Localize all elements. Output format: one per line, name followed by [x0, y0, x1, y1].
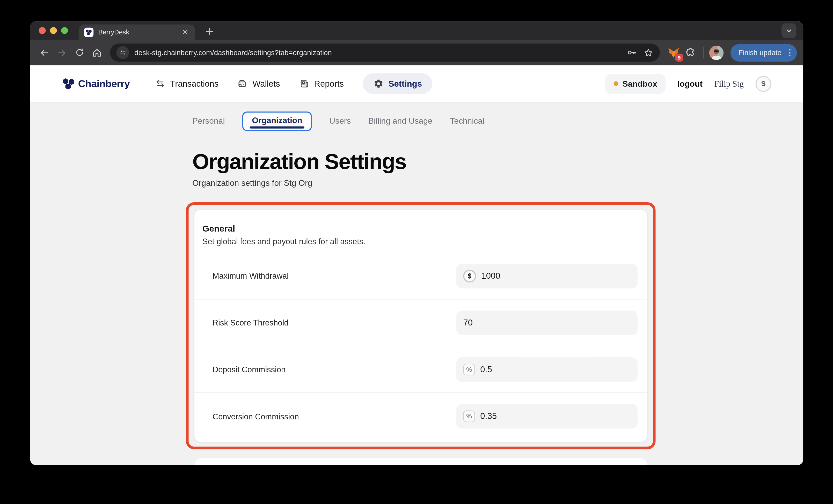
brand-name: Chainberry	[78, 78, 130, 90]
dollar-icon: $	[463, 270, 476, 282]
maximum-withdrawal-input[interactable]: $ 1000	[456, 263, 638, 288]
berrydesk-favicon-icon	[84, 27, 93, 37]
zoom-window-button[interactable]	[61, 27, 68, 34]
user-avatar[interactable]: S	[755, 76, 771, 92]
extension-badge: 9	[675, 54, 683, 61]
settings-fields: Maximum Withdrawal $ 1000 Risk Score Thr…	[194, 253, 647, 439]
field-row-deposit-commission: Deposit Commission % 0.5	[194, 346, 647, 393]
nav-item-wallets[interactable]: Wallets	[238, 79, 280, 89]
page-content: Personal Organization Users Billing and …	[30, 102, 803, 465]
url-text: desk-stg.chainberry.com/dashboard/settin…	[134, 49, 620, 57]
browser-tab[interactable]: BerryDesk	[79, 24, 195, 40]
field-value: 1000	[481, 271, 500, 281]
field-value: 0.35	[480, 412, 497, 421]
tab-technical[interactable]: Technical	[450, 116, 484, 126]
tab-users[interactable]: Users	[329, 116, 351, 126]
close-window-button[interactable]	[39, 27, 46, 34]
window-controls	[39, 27, 68, 34]
nav-label: Settings	[388, 79, 422, 89]
page-title: Organization Settings	[192, 149, 406, 174]
card-description: Set global fees and payout rules for all…	[203, 237, 638, 246]
field-row-maximum-withdrawal: Maximum Withdrawal $ 1000	[194, 253, 647, 300]
app-navbar: Chainberry Transactions Wallet	[30, 65, 803, 102]
field-label: Maximum Withdrawal	[213, 271, 289, 280]
card-title: General	[203, 224, 638, 234]
browser-window: BerryDesk	[30, 21, 803, 465]
screen: BerryDesk	[0, 0, 833, 504]
field-value: 0.5	[480, 364, 492, 374]
field-label: Conversion Commission	[213, 412, 299, 421]
password-key-icon[interactable]	[626, 47, 637, 58]
metamask-extension-icon[interactable]: 9	[666, 45, 681, 60]
environment-label: Sandbox	[622, 79, 657, 89]
chainberry-logo[interactable]: Chainberry	[62, 77, 130, 90]
minimize-window-button[interactable]	[50, 27, 57, 34]
address-bar[interactable]: desk-stg.chainberry.com/dashboard/settin…	[110, 44, 660, 61]
card-header: General Set global fees and payout rules…	[194, 210, 647, 246]
transactions-icon	[155, 79, 165, 89]
risk-score-threshold-input[interactable]: 70	[456, 310, 638, 335]
tab-search-chevron-icon[interactable]	[782, 23, 796, 38]
browser-menu-icon[interactable]	[787, 49, 793, 56]
environment-pill[interactable]: Sandbox	[605, 74, 666, 94]
home-icon[interactable]	[89, 45, 105, 60]
conversion-commission-input[interactable]: % 0.35	[456, 404, 638, 428]
main-nav: Transactions Wallets	[155, 73, 432, 94]
nav-label: Reports	[314, 79, 344, 89]
browser-tab-strip: BerryDesk	[30, 21, 803, 40]
field-label: Deposit Commission	[213, 365, 286, 374]
field-value: 70	[463, 318, 473, 327]
extensions-puzzle-icon[interactable]	[683, 45, 698, 60]
field-row-risk-score-threshold: Risk Score Threshold 70	[194, 299, 647, 346]
bookmark-star-icon[interactable]	[643, 48, 653, 58]
environment-dot-icon	[614, 81, 618, 86]
new-tab-icon[interactable]	[204, 26, 215, 37]
user-name[interactable]: Filip Stg	[714, 79, 744, 89]
nav-label: Transactions	[170, 79, 218, 89]
reports-icon	[299, 79, 309, 89]
settings-gear-icon	[374, 79, 384, 89]
page-subtitle: Organization settings for Stg Org	[192, 178, 312, 188]
field-label: Risk Score Threshold	[213, 318, 289, 327]
browser-toolbar: desk-stg.chainberry.com/dashboard/settin…	[30, 40, 803, 66]
nav-item-reports[interactable]: Reports	[299, 79, 344, 89]
wallets-icon	[238, 79, 248, 89]
finish-update-label: Finish update	[739, 49, 782, 57]
tab-billing-and-usage[interactable]: Billing and Usage	[368, 116, 432, 126]
avatar-initial: S	[761, 80, 766, 88]
toolbar-divider	[703, 47, 704, 58]
percent-icon: %	[463, 410, 475, 422]
nav-item-settings[interactable]: Settings	[363, 73, 432, 94]
general-settings-card: General Set global fees and payout rules…	[194, 209, 648, 443]
nav-label: Wallets	[253, 79, 280, 89]
finish-update-button[interactable]: Finish update	[731, 44, 797, 61]
nav-item-transactions[interactable]: Transactions	[155, 79, 218, 89]
settings-tabs: Personal Organization Users Billing and …	[192, 110, 484, 132]
field-row-conversion-commission: Conversion Commission % 0.35	[194, 393, 647, 440]
percent-icon: %	[463, 363, 475, 375]
close-tab-icon[interactable]	[180, 27, 190, 37]
tab-personal[interactable]: Personal	[192, 116, 225, 126]
next-card-partial	[194, 458, 648, 465]
logout-link[interactable]: logout	[677, 79, 703, 89]
site-settings-icon[interactable]	[116, 46, 129, 59]
forward-icon[interactable]	[54, 45, 70, 60]
browser-profile-avatar[interactable]	[709, 45, 723, 59]
navbar-right: Sandbox logout Filip Stg S	[605, 74, 771, 94]
tab-title: BerryDesk	[98, 28, 175, 36]
back-icon[interactable]	[37, 45, 52, 60]
reload-icon[interactable]	[72, 45, 87, 60]
tab-organization[interactable]: Organization	[242, 111, 312, 131]
deposit-commission-input[interactable]: % 0.5	[456, 357, 638, 381]
berry-logo-icon	[62, 77, 75, 90]
